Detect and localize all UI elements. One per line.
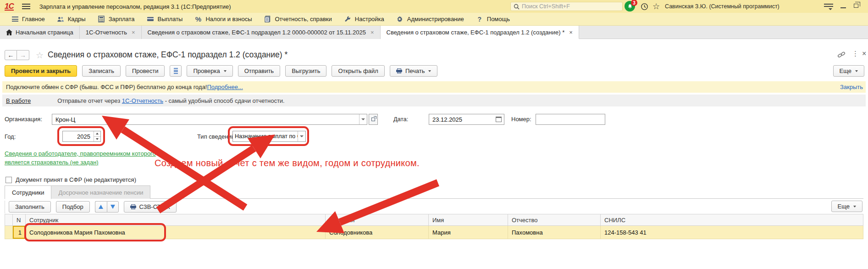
status-hint: Отправьте отчет через 1С-Отчетность - са… xyxy=(57,97,285,104)
tab-close-icon[interactable]: × xyxy=(569,29,573,36)
gear-icon xyxy=(396,16,404,23)
1c-logo-icon: 1С xyxy=(5,3,14,11)
menu-vyplaty[interactable]: Выплаты xyxy=(147,16,183,23)
back-button[interactable]: ← xyxy=(5,50,17,60)
col-n[interactable]: N xyxy=(13,214,26,226)
list-icon xyxy=(174,68,178,74)
current-user: Савинская З.Ю. (Системный программист) xyxy=(665,3,780,10)
favorite-star-icon[interactable]: ☆ xyxy=(36,50,44,61)
open-file-button[interactable]: Открыть файл xyxy=(332,65,384,77)
status-state-link[interactable]: В работе xyxy=(6,97,31,104)
structure-button[interactable] xyxy=(170,65,182,77)
banner-close-link[interactable]: Закрыть xyxy=(840,84,863,90)
cell-firstname[interactable]: Мария xyxy=(429,226,508,239)
employer-successor-link[interactable]: Сведения о работодателе, правопреемником… xyxy=(5,149,163,167)
move-down-button[interactable] xyxy=(107,201,119,213)
main-menu-icon[interactable] xyxy=(22,4,30,9)
cell-snils[interactable]: 124-158-543 41 xyxy=(601,226,863,239)
tab-employees[interactable]: Сотрудники xyxy=(5,185,51,199)
chevron-down-icon xyxy=(853,206,856,207)
wallet-icon xyxy=(147,16,154,23)
restore-button[interactable] xyxy=(854,4,858,8)
cell-employee[interactable]: Солодовникова Мария Пахомовна xyxy=(26,226,326,239)
type-combobox[interactable]: Назначение выплат по О( xyxy=(232,131,306,142)
save-button[interactable]: Записать xyxy=(82,65,121,77)
export-button[interactable]: Выгрузить xyxy=(285,65,326,77)
tab-close-icon[interactable]: × xyxy=(132,29,135,36)
table-more-button[interactable]: Еще xyxy=(831,201,862,212)
org-open-button[interactable] xyxy=(369,114,378,125)
year-spinner[interactable]: 2025 xyxy=(62,131,101,142)
szv-stazh-button[interactable]: СЗВ-СТАЖ xyxy=(124,201,177,213)
menu-glavnoe[interactable]: Главное xyxy=(12,16,45,22)
tab-early-pension[interactable]: Досрочное назначение пенсии xyxy=(51,185,150,199)
tab-1c-otchetnost[interactable]: 1С-Отчетность× xyxy=(80,26,142,39)
arrow-left-icon: ← xyxy=(8,51,14,59)
move-up-button[interactable] xyxy=(95,201,107,213)
col-firstname[interactable]: Имя xyxy=(429,214,508,226)
spinner-arrows[interactable] xyxy=(94,131,100,141)
print-button[interactable]: Печать xyxy=(390,65,438,77)
service-menu-button[interactable] xyxy=(824,4,833,10)
search-icon xyxy=(514,4,520,10)
forward-button[interactable]: → xyxy=(17,50,29,60)
app-window: 1С Зарплата и управление персоналом, ред… xyxy=(0,0,868,269)
cell-lastname[interactable]: Солодовникова xyxy=(326,226,429,239)
printer-icon xyxy=(130,204,137,209)
menu-pomosch[interactable]: ? Помощь xyxy=(476,16,510,23)
question-icon: ? xyxy=(476,16,483,23)
minimize-button[interactable] xyxy=(840,7,846,8)
tab-home[interactable]: Начальная страница xyxy=(0,26,80,39)
menu-kadry[interactable]: Кадры xyxy=(57,16,86,23)
menu-administrirovanie[interactable]: Администрирование xyxy=(396,16,464,23)
home-icon xyxy=(6,29,12,35)
cell-n[interactable]: 1 xyxy=(13,226,26,239)
table-header-row: N Сотрудник Фамилия Имя Отчество СНИЛС xyxy=(5,214,863,226)
col-employee[interactable]: Сотрудник xyxy=(26,214,326,226)
post-button[interactable]: Провести xyxy=(126,65,165,77)
table-row[interactable]: 1 Солодовникова Мария Пахомовна Солодовн… xyxy=(5,226,863,239)
calendar-icon[interactable] xyxy=(496,117,502,122)
type-label: Тип сведений: xyxy=(197,133,237,140)
notifications-button[interactable]: 3 xyxy=(625,1,636,12)
more-button[interactable]: Еще xyxy=(833,65,864,77)
dropdown-icon[interactable] xyxy=(359,114,367,124)
menu-otchetnost[interactable]: Отчетность, справки xyxy=(264,16,332,23)
global-search[interactable] xyxy=(510,2,623,11)
status-bar: В работе Отправьте отчет через 1С-Отчетн… xyxy=(2,95,866,106)
table-toolbar: Заполнить Подбор СЗВ-СТАЖ Еще xyxy=(5,201,863,213)
col-middlename[interactable]: Отчество xyxy=(508,214,601,226)
date-input[interactable]: 23.12.2025 xyxy=(429,114,504,125)
favorites-button[interactable]: ☆ xyxy=(652,2,661,11)
tab-efs1-new[interactable]: Сведения о страховом стаже, ЕФС-1 подраз… xyxy=(381,26,579,39)
send-button[interactable]: Отправить xyxy=(238,65,280,77)
annotation-arrow-type xyxy=(158,134,275,210)
banner-more-link[interactable]: Подробнее... xyxy=(207,84,243,90)
check-button[interactable]: Проверка xyxy=(187,65,232,77)
fill-button[interactable]: Заполнить xyxy=(9,201,51,213)
banner-text: Подключите обмен с СФР (бывш. ФСС и ПФР)… xyxy=(6,84,207,90)
number-input[interactable] xyxy=(536,114,605,125)
arrow-down-icon xyxy=(111,205,115,209)
menu-nalogi[interactable]: % Налоги и взносы xyxy=(194,16,252,23)
menu-nastroika[interactable]: Настройка xyxy=(344,16,384,23)
col-lastname[interactable]: Фамилия xyxy=(326,214,429,226)
accepted-checkbox[interactable] xyxy=(6,177,12,183)
tab-close-icon[interactable]: × xyxy=(370,29,374,36)
get-link-button[interactable] xyxy=(837,50,846,60)
arrow-right-icon: → xyxy=(20,51,26,59)
search-input[interactable] xyxy=(522,3,614,10)
menu-zarplata[interactable]: Зарплата xyxy=(98,16,135,23)
more-menu-icon[interactable]: ⋮ xyxy=(852,50,859,58)
1c-otchetnost-link[interactable]: 1С-Отчетность xyxy=(122,97,163,104)
col-snils[interactable]: СНИЛС xyxy=(601,214,863,226)
post-and-close-button[interactable]: Провести и закрыть xyxy=(5,65,77,77)
dropdown-icon[interactable] xyxy=(298,131,305,141)
history-button[interactable] xyxy=(640,2,649,11)
pick-button[interactable]: Подбор xyxy=(56,201,90,213)
tab-efs1-posted[interactable]: Сведения о страховом стаже, ЕФС-1 подраз… xyxy=(142,26,381,39)
close-form-icon[interactable]: × xyxy=(862,50,866,58)
org-combobox[interactable]: Крон-Ц xyxy=(52,114,367,125)
cell-middlename[interactable]: Пахомовна xyxy=(508,226,601,239)
sections-icon xyxy=(12,17,18,22)
